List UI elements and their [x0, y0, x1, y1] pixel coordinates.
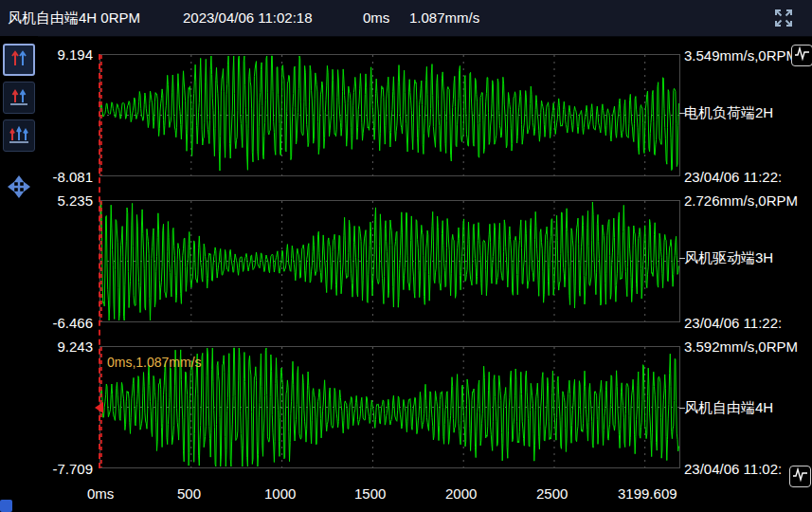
channel-name-1: 电机负荷端2H — [684, 104, 812, 122]
topbar-cursor-time: 0ms — [363, 0, 389, 36]
y-max-label-3: 9.243 — [28, 338, 93, 355]
waveform-panel-1[interactable] — [99, 54, 680, 176]
waveform-view-multi-button[interactable] — [3, 119, 35, 152]
topbar-title: 风机自由端4H 0RPM — [8, 0, 140, 36]
multi-waveform-icon — [7, 121, 31, 150]
x-tick-500: 500 — [177, 485, 201, 502]
sidebar — [0, 36, 38, 512]
y-min-label-1: -8.081 — [28, 169, 93, 185]
x-tick-2000: 2000 — [445, 485, 477, 502]
channel-name-2: 风机驱动端3H — [684, 249, 812, 267]
overall-value-2: 2.726mm/s,0RPM — [684, 192, 812, 209]
channel-tick-1 — [679, 113, 685, 114]
dual-waveform-icon — [7, 83, 31, 112]
waveform-plot-2 — [100, 201, 679, 321]
cursor-annotation: 0ms,1.087mm/s — [107, 355, 202, 370]
y-min-label-3: -7.709 — [28, 461, 93, 477]
x-end-label: 3199.609 — [618, 485, 677, 502]
topbar-datetime: 2023/04/06 11:02:18 — [183, 0, 313, 36]
channel-tick-3 — [679, 408, 685, 409]
waveform-view-dual-button[interactable] — [3, 82, 35, 114]
x-tick-1500: 1500 — [354, 485, 386, 502]
waveform-icon — [794, 46, 810, 65]
y-max-label-1: 9.194 — [28, 46, 93, 63]
x-tick-2500: 2500 — [536, 485, 568, 502]
timestamp-2: 23/04/06 11:22: — [684, 315, 812, 331]
timestamp-1: 23/04/06 11:22: — [684, 169, 812, 185]
waveform-plot-1 — [100, 55, 679, 175]
x-tick-1000: 1000 — [264, 485, 296, 502]
mini-chart-button-bottom[interactable] — [789, 466, 811, 487]
y-max-label-2: 5.235 — [28, 192, 93, 209]
channel-name-3: 风机自由端4H — [684, 399, 812, 417]
fullscreen-button[interactable] — [771, 6, 796, 30]
y-min-label-2: -6.466 — [28, 315, 93, 331]
mini-chart-button-top[interactable] — [791, 45, 812, 66]
corner-button[interactable] — [0, 500, 12, 512]
waveform-panel-2[interactable] — [99, 200, 680, 322]
channel-tick-2 — [679, 258, 685, 259]
waveform-icon — [792, 466, 808, 486]
x-tick-0: 0ms — [87, 485, 114, 502]
expand-icon — [771, 19, 796, 33]
topbar-cursor-value: 1.087mm/s — [409, 0, 479, 36]
time-cursor-handle[interactable] — [95, 402, 103, 413]
overall-value-3: 3.592mm/s,0RPM — [684, 338, 812, 355]
topbar: 风机自由端4H 0RPM 2023/04/06 11:02:18 0ms 1.0… — [0, 0, 812, 37]
